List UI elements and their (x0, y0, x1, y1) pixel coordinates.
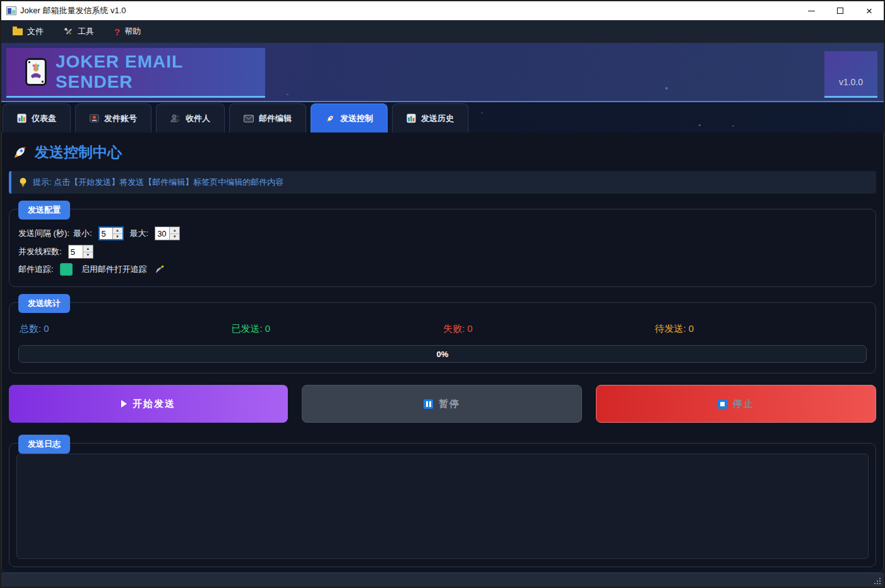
tools-icon (64, 27, 73, 37)
progress-text: 0% (19, 346, 866, 362)
stats-row: 总数: 0 已发送: 0 失败: 0 待发送: 0 (20, 323, 867, 335)
max-interval-input[interactable] (155, 227, 169, 240)
action-buttons-row: 开始发送 暂停 停止 (9, 385, 876, 423)
mailbox-icon (90, 114, 99, 123)
tip-text: 提示: 点击【开始发送】将发送【邮件编辑】标签页中编辑的邮件内容 (33, 177, 283, 188)
threads-input[interactable] (69, 245, 83, 258)
send-config-badge: 发送配置 (18, 201, 70, 220)
pause-label: 暂停 (439, 398, 460, 410)
app-icon (6, 6, 16, 15)
stop-label: 停止 (733, 398, 754, 410)
stat-failed: 失败: 0 (443, 323, 655, 335)
start-send-button[interactable]: 开始发送 (9, 385, 288, 423)
tracking-checkbox-label: 启用邮件打开追踪 (81, 264, 147, 275)
spin-down-icon[interactable]: ▼ (170, 234, 179, 240)
send-log-group: 发送日志 (9, 443, 876, 567)
bulb-icon (19, 177, 27, 187)
interval-row: 发送间隔 (秒): 最小: ▲ ▼ 最大: ▲ ▼ (18, 226, 867, 240)
close-button[interactable]: × (855, 1, 884, 20)
menu-tools-label: 工具 (78, 26, 94, 37)
stat-pending: 待发送: 0 (655, 323, 867, 335)
tracking-row: 邮件追踪: 启用邮件打开追踪 (18, 263, 867, 276)
minimize-icon (808, 11, 815, 11)
send-log-badge: 发送日志 (18, 435, 70, 454)
tab-label: 收件人 (186, 113, 210, 124)
menu-file[interactable]: 文件 (4, 22, 52, 41)
tab-dashboard[interactable]: 仪表盘 (3, 103, 71, 132)
tab-label: 仪表盘 (32, 113, 56, 124)
status-bar (1, 573, 884, 587)
stop-icon (718, 399, 727, 409)
threads-spinbox: ▲ ▼ (68, 245, 93, 259)
spin-up-icon[interactable]: ▲ (170, 227, 179, 234)
send-config-group: 发送配置 发送间隔 (秒): 最小: ▲ ▼ 最大: ▲ ▼ (9, 209, 876, 287)
spin-up-icon[interactable]: ▲ (113, 228, 122, 234)
tab-send-control[interactable]: 发送控制 (311, 103, 388, 132)
tab-label: 发件账号 (104, 113, 137, 124)
window-title: Joker 邮箱批量发信系统 v1.0 (20, 5, 126, 16)
maximize-icon (837, 8, 843, 14)
menu-help[interactable]: ? 帮助 (105, 22, 150, 41)
min-label: 最小: (73, 228, 92, 239)
page-title: 发送控制中心 (35, 143, 122, 162)
minimize-button[interactable] (797, 1, 826, 20)
folder-icon (13, 28, 23, 35)
tab-send-history[interactable]: 发送历史 (392, 103, 468, 132)
decorative-dot (481, 112, 483, 114)
tab-recipients[interactable]: 收件人 (156, 103, 225, 132)
app-banner: JOKER EMAIL SENDER (6, 48, 265, 98)
close-icon: × (866, 6, 872, 16)
threads-label: 并发线程数: (18, 246, 62, 257)
max-interval-spinbox: ▲ ▼ (155, 226, 180, 240)
tracking-label: 邮件追踪: (18, 264, 54, 275)
menu-help-label: 帮助 (124, 26, 141, 37)
bar-chart-icon (407, 114, 416, 123)
tracking-checkbox[interactable] (60, 263, 73, 276)
send-log-area[interactable] (16, 454, 869, 559)
decorative-dot (665, 87, 668, 90)
stat-sent: 已发送: 0 (232, 323, 444, 335)
progress-bar: 0% (18, 345, 867, 363)
play-icon (121, 400, 127, 408)
people-icon (170, 114, 181, 123)
interval-label: 发送间隔 (秒): (18, 228, 69, 239)
stop-button[interactable]: 停止 (596, 385, 876, 423)
page-title-row: 发送控制中心 (11, 143, 876, 162)
spin-up-icon[interactable]: ▲ (83, 245, 93, 252)
satellite-icon (155, 264, 165, 274)
envelope-icon (244, 115, 254, 122)
decorative-dot (732, 125, 734, 127)
tip-bar: 提示: 点击【开始发送】将发送【邮件编辑】标签页中编辑的邮件内容 (9, 171, 876, 194)
send-stats-group: 发送统计 总数: 0 已发送: 0 失败: 0 待发送: 0 0% (9, 302, 876, 373)
tab-sender-accounts[interactable]: 发件账号 (75, 103, 151, 132)
menu-tools[interactable]: 工具 (55, 22, 103, 41)
tab-email-editor[interactable]: 邮件编辑 (229, 103, 306, 132)
pause-button[interactable]: 暂停 (302, 385, 582, 423)
min-interval-input[interactable] (100, 228, 112, 239)
decorative-dot (287, 93, 288, 95)
resize-grip-icon[interactable] (879, 583, 881, 584)
header-banner: JOKER EMAIL SENDER v1.0.0 (1, 43, 884, 102)
min-interval-spinbox: ▲ ▼ (98, 226, 124, 240)
tab-label: 发送控制 (340, 113, 373, 124)
maximize-button[interactable] (826, 1, 855, 20)
spin-down-icon[interactable]: ▼ (83, 252, 93, 259)
rocket-icon (325, 114, 335, 124)
start-send-label: 开始发送 (133, 398, 175, 410)
tab-label: 邮件编辑 (259, 113, 292, 124)
max-label: 最大: (130, 228, 149, 239)
rocket-icon (11, 144, 28, 161)
question-icon: ? (114, 26, 120, 37)
spin-down-icon[interactable]: ▼ (113, 234, 122, 240)
pause-icon (424, 399, 433, 409)
threads-row: 并发线程数: ▲ ▼ (18, 245, 867, 259)
tab-bar: 仪表盘 发件账号 收件人 邮件编辑 (1, 102, 884, 132)
tab-label: 发送历史 (421, 113, 454, 124)
menu-bar: 文件 工具 ? 帮助 (1, 20, 884, 43)
version-label: v1.0.0 (839, 77, 863, 87)
stat-total: 总数: 0 (20, 323, 232, 335)
decorative-dot (699, 124, 701, 126)
send-control-panel: 发送控制中心 提示: 点击【开始发送】将发送【邮件编辑】标签页中编辑的邮件内容 … (1, 132, 884, 573)
app-window: Joker 邮箱批量发信系统 v1.0 × 文件 工具 ? 帮助 (0, 0, 885, 588)
app-title: JOKER EMAIL SENDER (56, 52, 265, 92)
